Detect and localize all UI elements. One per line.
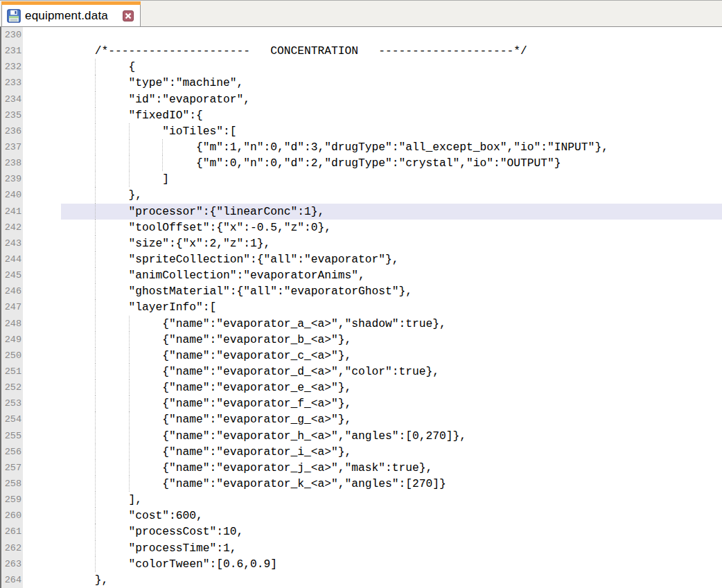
code-cell[interactable]: {"m":1,"n":0,"d":3,"drugType":"all_excep… bbox=[23, 139, 722, 155]
line-number: 238 bbox=[1, 155, 23, 171]
code-line[interactable]: 250 {"name":"evaporator_c_<a>"}, bbox=[1, 348, 722, 364]
code-cell[interactable]: "toolOffset":{"x":-0.5,"z":0}, bbox=[23, 220, 722, 235]
code-text: {"name":"evaporator_j_<a>","mask":true}, bbox=[23, 460, 722, 476]
code-line[interactable]: 255 {"name":"evaporator_h_<a>","angles":… bbox=[1, 428, 722, 444]
code-cell[interactable]: {"name":"evaporator_i_<a>"}, bbox=[23, 444, 722, 460]
code-cell[interactable]: {"name":"evaporator_e_<a>"}, bbox=[23, 380, 722, 395]
tab-equipment-data[interactable]: equipment.data bbox=[1, 1, 141, 26]
code-line[interactable]: 234 "id":"evaporator", bbox=[1, 91, 722, 107]
code-cell[interactable]: "processTime":1, bbox=[23, 540, 722, 556]
line-number: 242 bbox=[1, 220, 23, 235]
code-line[interactable]: 257 {"name":"evaporator_j_<a>","mask":tr… bbox=[1, 460, 722, 476]
code-line[interactable]: 260 "cost":600, bbox=[1, 508, 722, 524]
code-text: {"name":"evaporator_e_<a>"}, bbox=[23, 380, 722, 395]
code-line[interactable]: 249 {"name":"evaporator_b_<a>"}, bbox=[1, 332, 722, 348]
code-text: "colorTween":[0.6,0.9] bbox=[23, 556, 722, 572]
code-cell[interactable]: }, bbox=[23, 187, 722, 203]
code-cell[interactable]: "processCost":10, bbox=[23, 524, 722, 540]
line-number: 247 bbox=[1, 299, 23, 315]
code-line[interactable]: 251 {"name":"evaporator_d_<a>","color":t… bbox=[1, 364, 722, 380]
code-line[interactable]: 237 {"m":1,"n":0,"d":3,"drugType":"all_e… bbox=[1, 139, 722, 155]
code-line[interactable]: 241 "processor":{"linearConc":1}, bbox=[1, 204, 722, 220]
code-text: "ioTiles":[ bbox=[23, 123, 722, 139]
code-text: ] bbox=[23, 171, 722, 187]
code-line[interactable]: 258 {"name":"evaporator_k_<a>","angles":… bbox=[1, 476, 722, 492]
notepadpp-window: equipment.data 230231 /*----------------… bbox=[0, 0, 722, 588]
line-number: 240 bbox=[1, 187, 23, 203]
code-text: "processCost":10, bbox=[23, 524, 722, 540]
line-number: 236 bbox=[1, 123, 23, 139]
code-line[interactable]: 264 }, bbox=[1, 572, 722, 588]
code-line[interactable]: 259 ], bbox=[1, 492, 722, 508]
line-number: 241 bbox=[1, 204, 23, 220]
code-cell[interactable]: {"name":"evaporator_b_<a>"}, bbox=[23, 332, 722, 348]
code-text: {"name":"evaporator_h_<a>","angles":[0,2… bbox=[23, 428, 722, 444]
code-cell[interactable]: {"name":"evaporator_j_<a>","mask":true}, bbox=[23, 460, 722, 476]
code-cell[interactable]: {"name":"evaporator_c_<a>"}, bbox=[23, 348, 722, 364]
code-cell[interactable]: {"m":0,"n":0,"d":2,"drugType":"crystal",… bbox=[23, 155, 722, 171]
line-number: 245 bbox=[1, 267, 23, 283]
code-editor[interactable]: 230231 /*--------------------- CONCENTRA… bbox=[0, 27, 722, 588]
line-number: 257 bbox=[1, 460, 23, 476]
code-line[interactable]: 240 }, bbox=[1, 187, 722, 203]
code-line[interactable]: 247 "layerInfo":[ bbox=[1, 299, 722, 315]
code-cell[interactable]: {"name":"evaporator_k_<a>","angles":[270… bbox=[23, 476, 722, 492]
code-line[interactable]: 244 "spriteCollection":{"all":"evaporato… bbox=[1, 251, 722, 267]
code-line[interactable]: 263 "colorTween":[0.6,0.9] bbox=[1, 556, 722, 572]
tab-close-icon[interactable] bbox=[123, 10, 134, 21]
line-number: 246 bbox=[1, 283, 23, 299]
code-line[interactable]: 248 {"name":"evaporator_a_<a>","shadow":… bbox=[1, 316, 722, 332]
code-cell[interactable]: {"name":"evaporator_h_<a>","angles":[0,2… bbox=[23, 428, 722, 444]
code-line[interactable]: 253 {"name":"evaporator_f_<a>"}, bbox=[1, 395, 722, 411]
line-number: 263 bbox=[1, 556, 23, 572]
code-line[interactable]: 239 ] bbox=[1, 171, 722, 187]
code-line[interactable]: 246 "ghostMaterial":{"all":"evaporatorGh… bbox=[1, 283, 722, 299]
code-cell[interactable]: { bbox=[23, 59, 722, 75]
code-line[interactable]: 254 {"name":"evaporator_g_<a>"}, bbox=[1, 411, 722, 427]
code-text: "size":{"x":2,"z":1}, bbox=[23, 235, 722, 251]
code-text: {"name":"evaporator_i_<a>"}, bbox=[23, 444, 722, 460]
code-cell[interactable]: "spriteCollection":{"all":"evaporator"}, bbox=[23, 251, 722, 267]
code-cell[interactable]: {"name":"evaporator_f_<a>"}, bbox=[23, 395, 722, 411]
line-number: 233 bbox=[1, 75, 23, 91]
code-cell[interactable]: "layerInfo":[ bbox=[23, 299, 722, 315]
code-line[interactable]: 233 "type":"machine", bbox=[1, 75, 722, 91]
code-cell[interactable]: "cost":600, bbox=[23, 508, 722, 524]
code-cell[interactable]: ] bbox=[23, 171, 722, 187]
code-line[interactable]: 243 "size":{"x":2,"z":1}, bbox=[1, 235, 722, 251]
code-line[interactable]: 236 "ioTiles":[ bbox=[1, 123, 722, 139]
code-cell[interactable]: /*--------------------- CONCENTRATION --… bbox=[23, 43, 722, 59]
code-text: { bbox=[23, 59, 722, 75]
code-text: {"m":1,"n":0,"d":3,"drugType":"all_excep… bbox=[23, 139, 722, 155]
code-line[interactable]: 262 "processTime":1, bbox=[1, 540, 722, 556]
code-cell[interactable]: }, bbox=[23, 572, 722, 588]
code-line[interactable]: 230 bbox=[1, 27, 722, 43]
code-line[interactable]: 245 "animCollection":"evaporatorAnims", bbox=[1, 267, 722, 283]
code-line[interactable]: 235 "fixedIO":{ bbox=[1, 107, 722, 123]
code-cell[interactable]: "fixedIO":{ bbox=[23, 107, 722, 123]
line-number: 250 bbox=[1, 348, 23, 364]
code-cell[interactable]: "ioTiles":[ bbox=[23, 123, 722, 139]
code-cell[interactable]: "colorTween":[0.6,0.9] bbox=[23, 556, 722, 572]
code-cell[interactable]: "size":{"x":2,"z":1}, bbox=[23, 235, 722, 251]
code-line[interactable]: 261 "processCost":10, bbox=[1, 524, 722, 540]
code-cell[interactable]: {"name":"evaporator_a_<a>","shadow":true… bbox=[23, 316, 722, 332]
code-line[interactable]: 231 /*--------------------- CONCENTRATIO… bbox=[1, 43, 722, 59]
code-cell[interactable]: {"name":"evaporator_d_<a>","color":true}… bbox=[23, 364, 722, 380]
code-line[interactable]: 256 {"name":"evaporator_i_<a>"}, bbox=[1, 444, 722, 460]
code-line[interactable]: 238 {"m":0,"n":0,"d":2,"drugType":"cryst… bbox=[1, 155, 722, 171]
code-cell[interactable]: "id":"evaporator", bbox=[23, 91, 722, 107]
code-cell[interactable]: "type":"machine", bbox=[23, 75, 722, 91]
code-cell[interactable]: "processor":{"linearConc":1}, bbox=[23, 204, 722, 220]
code-cell[interactable]: "ghostMaterial":{"all":"evaporatorGhost"… bbox=[23, 283, 722, 299]
code-line[interactable]: 252 {"name":"evaporator_e_<a>"}, bbox=[1, 380, 722, 395]
code-cell[interactable] bbox=[23, 27, 722, 43]
line-number: 254 bbox=[1, 411, 23, 427]
code-line[interactable]: 232 { bbox=[1, 59, 722, 75]
code-cell[interactable]: ], bbox=[23, 492, 722, 508]
code-text: {"name":"evaporator_f_<a>"}, bbox=[23, 395, 722, 411]
code-cell[interactable]: {"name":"evaporator_g_<a>"}, bbox=[23, 411, 722, 427]
line-number: 253 bbox=[1, 395, 23, 411]
code-cell[interactable]: "animCollection":"evaporatorAnims", bbox=[23, 267, 722, 283]
code-line[interactable]: 242 "toolOffset":{"x":-0.5,"z":0}, bbox=[1, 220, 722, 235]
